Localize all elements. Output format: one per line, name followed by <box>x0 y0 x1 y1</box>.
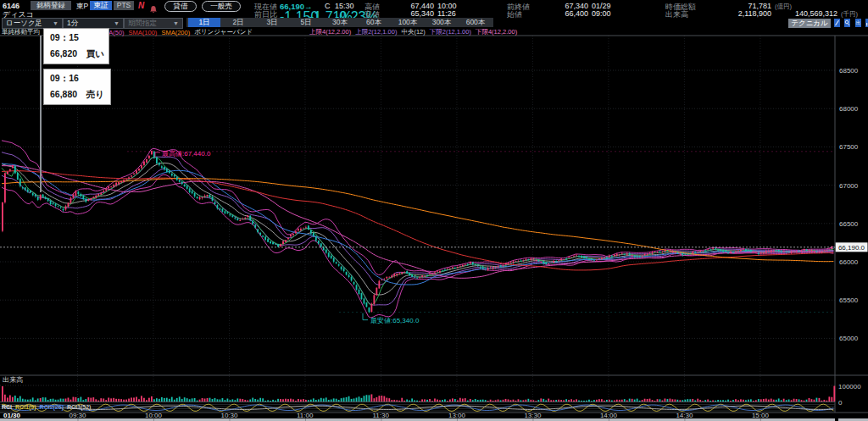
range-tab-100本[interactable]: 100本 <box>392 18 424 27</box>
range-tab-600本[interactable]: 600本 <box>459 18 492 27</box>
rci-legend-item: RCI3(52) <box>67 404 91 410</box>
volume-value: 2,118,900 <box>727 9 771 18</box>
zoom-icon[interactable] <box>844 19 850 27</box>
interval-value: 1分 <box>67 19 78 28</box>
rci-legend: RCIRCI1(9)RCI2(26)RCI3(52) <box>2 404 91 410</box>
rci-legend-item: RCI2(26) <box>40 404 64 410</box>
rci-title: RCI <box>2 404 12 410</box>
trade-price: 66,880 <box>50 89 77 99</box>
svg-text:出来高: 出来高 <box>3 376 23 384</box>
svg-text:66500: 66500 <box>839 220 859 228</box>
popout-icon[interactable]: 出 <box>855 19 861 27</box>
chevron-down-icon: ▼ <box>173 19 179 28</box>
open-time: 09:00 <box>592 9 611 18</box>
low-time: 11:26 <box>437 9 456 18</box>
range-tab-300本[interactable]: 300本 <box>426 18 458 27</box>
bollinger-params: 上限4(12,2.00)上限2(12,1.00)中央(12)下限2(12,1.0… <box>309 28 517 36</box>
turnover-unit: (千円) <box>841 10 858 19</box>
svg-text:67500: 67500 <box>839 143 859 151</box>
bollinger-param: 下限4(12,2.00) <box>476 28 517 36</box>
svg-text:0: 0 <box>838 399 843 407</box>
svg-text:最安値:65,340.0: 最安値:65,340.0 <box>370 317 420 324</box>
range-tab-2日[interactable]: 2日 <box>222 18 254 27</box>
svg-text:最高値:67,440.0: 最高値:67,440.0 <box>162 150 211 158</box>
trade-marker-line <box>40 36 42 192</box>
register-stock-button[interactable]: 銘柄登録 <box>31 1 71 10</box>
technical-button[interactable]: テクニカル <box>788 19 831 28</box>
sma-legend-title: 単純移動平均 <box>2 28 40 36</box>
trade-side: 売り <box>86 89 104 99</box>
bollinger-param: 下限2(12,1.00) <box>430 28 471 36</box>
low-value: 65,340 <box>398 9 434 18</box>
trade-price: 66,820 <box>50 48 77 58</box>
trading-app-window: 6850068000675006700066500660006550065000… <box>0 0 868 421</box>
trade-tooltip-sell: 09：16 66,880 売り <box>43 69 111 105</box>
range-tab-30本[interactable]: 30本 <box>324 18 356 27</box>
price-chart[interactable]: 6850068000675006700066500660006550065000… <box>0 0 868 421</box>
trade-time: 09：16 <box>50 73 104 85</box>
range-tab-60本[interactable]: 60本 <box>358 18 390 27</box>
period-value: 期間指定 <box>128 19 157 28</box>
range-tab-1日[interactable]: 1日 <box>188 18 220 27</box>
svg-text:68500: 68500 <box>839 67 859 75</box>
range-tab-5日[interactable]: 5日 <box>290 18 322 27</box>
range-tab-3日[interactable]: 3日 <box>256 18 288 27</box>
sma-legend-item: SMA(200) <box>161 29 190 36</box>
svg-text:67000: 67000 <box>839 182 859 190</box>
bollinger-param: 上限2(12,1.00) <box>355 28 397 36</box>
range-tab-strip: 1日2日3日5日30本60本100本300本600本 <box>186 18 493 27</box>
market-segment-label: 東P <box>76 2 88 12</box>
open-value: 66,400 <box>553 9 588 18</box>
svg-text:65000: 65000 <box>839 335 859 342</box>
alert-bell-icon[interactable] <box>149 2 158 17</box>
tab-tosho[interactable]: 東証 <box>90 1 112 10</box>
bollinger-param: 上限4(12,2.00) <box>309 28 351 36</box>
open-label: 始値 <box>507 9 522 20</box>
bollinger-legend-label: ボリンジャーバンド <box>194 28 253 36</box>
chevron-down-icon: ▼ <box>114 19 120 28</box>
chevron-down-icon: ▼ <box>53 19 58 28</box>
sma-legend-item: SMA(100) <box>129 29 158 36</box>
tab-pts[interactable]: PTS <box>114 1 134 10</box>
svg-text:65500: 65500 <box>839 296 859 304</box>
chart-type-value: ローソク足 <box>6 19 42 28</box>
bollinger-param: 中央(12) <box>401 28 425 36</box>
general-sell-button[interactable]: 一般売 <box>202 1 241 12</box>
svg-text:68000: 68000 <box>839 105 859 113</box>
svg-text:66000: 66000 <box>839 258 859 266</box>
rci-legend-item: RCI1(9) <box>15 404 36 410</box>
trade-time: 09：15 <box>50 32 103 44</box>
draw-icon[interactable] <box>834 19 840 27</box>
volume-label: 出来高 <box>665 9 688 20</box>
svg-text:66,190.0: 66,190.0 <box>838 244 865 252</box>
trade-side: 買い <box>86 48 104 58</box>
news-icon[interactable]: N <box>138 1 144 10</box>
turnover-value: 140,569,312 <box>778 9 837 18</box>
svg-text:100000: 100000 <box>838 383 861 391</box>
trade-tooltip-buy: 09：15 66,820 買い <box>43 28 109 64</box>
margin-button[interactable]: 貸借 <box>164 1 197 12</box>
